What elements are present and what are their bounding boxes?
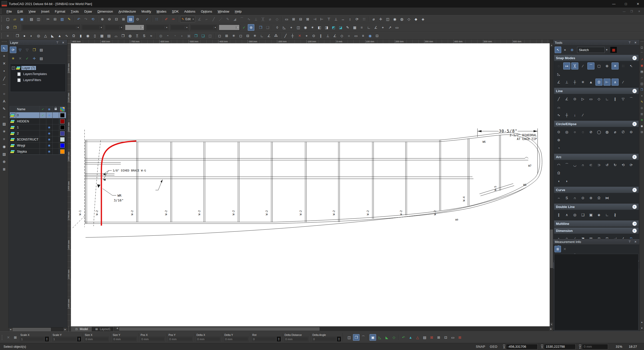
collapse-icon[interactable]: − [12, 66, 15, 70]
layer-active-check[interactable] [40, 149, 46, 154]
chevron-icon[interactable]: « [632, 155, 637, 159]
wireframe-icon[interactable]: ◇ [406, 16, 412, 22]
export-icon[interactable]: ↗ [640, 57, 644, 62]
layer-color-swatch[interactable] [59, 143, 66, 148]
list-view-icon[interactable]: ≣ [554, 246, 561, 252]
layer-color-swatch[interactable] [59, 136, 66, 142]
shaded-icon[interactable]: ◆ [413, 16, 419, 22]
line-parallel-icon[interactable]: ∥ [612, 95, 619, 102]
scroll-left-icon[interactable]: ◀ [9, 328, 12, 331]
toolbar-combo-4[interactable]: ▾ [146, 24, 169, 30]
node-select-icon[interactable]: ⌖ [562, 47, 568, 53]
circle-tangent3-icon[interactable]: ◍ [603, 128, 611, 135]
subtract-icon[interactable]: ◔ [172, 32, 178, 39]
menu-file[interactable]: File [4, 8, 15, 15]
grid-move-icon[interactable]: ⊞ [435, 334, 442, 341]
cross-ref-icon[interactable]: ╳ [260, 16, 266, 22]
menu-help[interactable]: Help [232, 8, 245, 15]
l-bracket-icon[interactable]: ∟ [259, 32, 265, 39]
layer-tree-node-layersfilters[interactable]: LayersFilters [10, 77, 65, 83]
layer-row-1[interactable]: 1◉ [10, 124, 66, 130]
window-frame-icon[interactable]: ◫ [640, 81, 644, 86]
align-bottom-icon[interactable]: ⊥ [333, 16, 339, 22]
machine-icon[interactable]: ▤ [421, 334, 428, 341]
environment-icon[interactable]: ◨ [323, 24, 330, 31]
spinner[interactable]: ▲▼ [77, 337, 81, 341]
rotate-view-icon[interactable]: ⟳ [354, 16, 360, 22]
field-input[interactable]: 1 [20, 337, 45, 341]
rectangle-icon[interactable]: ▭ [587, 95, 594, 102]
pen-ref-icon[interactable]: ✎ [224, 16, 231, 22]
sheet-tab-model[interactable]: ◳Model [71, 327, 91, 331]
line-ref-icon[interactable]: ╱ [210, 16, 217, 22]
layer-color-swatch[interactable] [59, 118, 66, 124]
clip-1-icon[interactable]: ◺ [377, 334, 383, 341]
layer-lock-toggle[interactable] [53, 149, 59, 154]
no-transform-icon[interactable]: ⊠ [428, 334, 435, 341]
dline-parallel-icon[interactable]: ∦ [612, 211, 619, 218]
open-file-icon[interactable]: ▱ [12, 16, 18, 22]
save-icon[interactable]: ▣ [19, 16, 25, 22]
point-icon[interactable]: • [1, 68, 8, 74]
scroll-thumb[interactable] [119, 327, 319, 331]
angle-ref-icon[interactable]: ∠ [196, 16, 203, 22]
ellipse-fixed-icon[interactable]: ⊚ [555, 136, 562, 144]
angle2-icon[interactable]: ∠ [266, 32, 272, 39]
vertical-line-icon[interactable]: ↓ [571, 112, 578, 119]
spell-check-icon[interactable]: ✓ [144, 16, 150, 22]
zoom-selection-icon[interactable]: ⊙ [134, 16, 141, 22]
intersect-icon[interactable]: ◓ [165, 32, 171, 39]
point-display-icon[interactable]: ∷ [153, 16, 160, 22]
snap-intersection-icon[interactable]: ╳ [571, 62, 578, 69]
menu-draw[interactable]: Draw [82, 8, 95, 15]
layer-lock-toggle[interactable] [53, 112, 59, 118]
edit-mode-combo[interactable]: ✎ Edit ▾ [180, 16, 195, 22]
window-minimize-button[interactable]: — [608, 0, 620, 8]
snap-j-icon[interactable]: ○ [346, 32, 352, 39]
roof-arc-icon[interactable]: ⌒ [640, 51, 644, 56]
layer-color-swatch[interactable] [59, 112, 66, 118]
scroll-right-icon[interactable]: ▶ [63, 328, 67, 331]
box-blue-icon[interactable]: ❒ [257, 24, 264, 31]
lights-icon[interactable]: ✶ [309, 24, 316, 31]
layer-colors-icon[interactable]: ❒ [31, 47, 37, 53]
select-tool-icon[interactable]: ↖ [555, 47, 561, 53]
pick-box-icon[interactable]: ▭ [283, 16, 290, 22]
field-input[interactable]: 0 mm [224, 337, 249, 341]
chevron-icon[interactable]: « [632, 89, 637, 93]
insert-table-icon[interactable]: ⊞ [290, 16, 297, 22]
check-geometry-icon[interactable]: ✓ [241, 24, 247, 31]
snap-f-icon[interactable]: ∥ [317, 32, 324, 39]
menu-insert[interactable]: Insert [38, 8, 52, 15]
sphere-icon[interactable]: ● [21, 32, 28, 39]
arc-ellipse-fixed-icon[interactable]: ⟲ [620, 161, 627, 168]
dline-perpendicular-icon[interactable]: ∟ [603, 211, 611, 218]
snap-center-icon[interactable]: ⊕ [603, 62, 611, 69]
layer-visible-toggle[interactable] [46, 118, 53, 124]
pin-icon[interactable]: ⊤ [55, 40, 60, 45]
layer-active-check[interactable] [40, 124, 46, 130]
menu-edit[interactable]: Edit [15, 8, 26, 15]
clipboard-icon[interactable]: ▤ [640, 69, 644, 74]
footprints-icon[interactable]: ⁂ [273, 32, 279, 39]
circle-tool-icon[interactable]: ○ [1, 90, 8, 97]
layer-circles-icon[interactable]: ⊚ [248, 24, 254, 31]
field-input[interactable]: 0 mm [140, 337, 165, 341]
snap-face-icon[interactable]: ◺ [555, 71, 562, 78]
section-header-double-line[interactable]: Double Line« [554, 203, 639, 210]
vertical-scrollbar[interactable]: ▲ ▼ [550, 43, 553, 326]
snap-quadrant-icon[interactable]: ▢ [595, 62, 602, 69]
circle-center-radius-icon[interactable]: ⊙ [555, 128, 562, 135]
layer-lock-toggle[interactable] [53, 136, 59, 142]
arc-ref-icon[interactable]: ⌒ [238, 16, 245, 22]
layer-row-2[interactable]: 2◉ [10, 130, 66, 136]
tangent-to-arc-icon[interactable]: ⌒ [628, 95, 635, 102]
pin-icon[interactable]: ⊤ [627, 40, 632, 45]
paint-icon[interactable]: ✎ [640, 99, 644, 104]
snap-apex-icon[interactable]: ∧ [612, 79, 619, 86]
circle-from-arc-icon[interactable]: ◔ [555, 145, 562, 152]
view-3d-icon[interactable]: ❒ [640, 87, 644, 92]
slot-icon[interactable]: ⌓ [113, 32, 119, 39]
arc-segment-icon[interactable]: ⌒ [360, 334, 367, 341]
snap-b-icon[interactable]: ┼ [289, 32, 296, 39]
